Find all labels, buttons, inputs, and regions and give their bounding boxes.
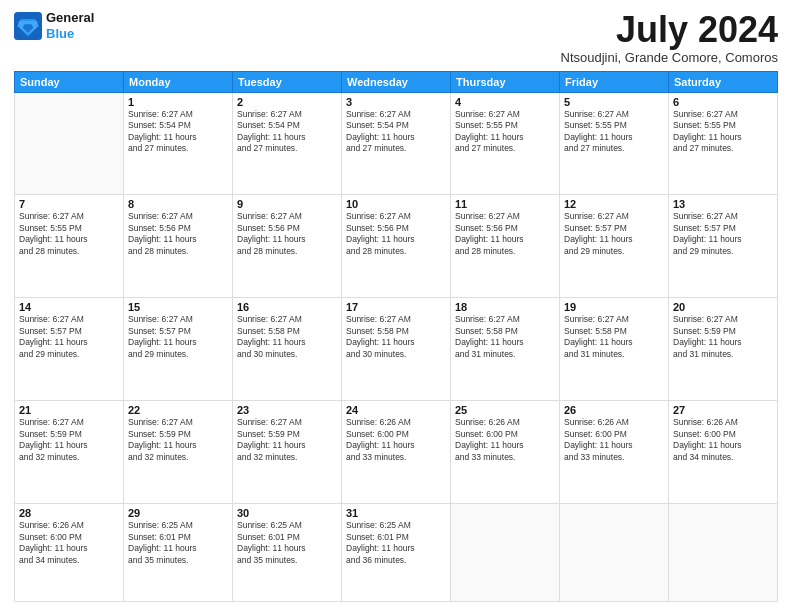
day-number: 4 — [455, 96, 555, 108]
day-number: 18 — [455, 301, 555, 313]
cell-info: Sunrise: 6:27 AMSunset: 5:59 PMDaylight:… — [673, 314, 773, 360]
day-number: 27 — [673, 404, 773, 416]
table-cell: 18Sunrise: 6:27 AMSunset: 5:58 PMDayligh… — [451, 298, 560, 401]
table-cell: 28Sunrise: 6:26 AMSunset: 6:00 PMDayligh… — [15, 504, 124, 602]
table-cell: 11Sunrise: 6:27 AMSunset: 5:56 PMDayligh… — [451, 195, 560, 298]
cell-info: Sunrise: 6:26 AMSunset: 6:00 PMDaylight:… — [564, 417, 664, 463]
day-number: 19 — [564, 301, 664, 313]
table-cell: 4Sunrise: 6:27 AMSunset: 5:55 PMDaylight… — [451, 92, 560, 195]
table-cell: 13Sunrise: 6:27 AMSunset: 5:57 PMDayligh… — [669, 195, 778, 298]
calendar-table: Sunday Monday Tuesday Wednesday Thursday… — [14, 71, 778, 602]
table-cell: 27Sunrise: 6:26 AMSunset: 6:00 PMDayligh… — [669, 401, 778, 504]
day-number: 9 — [237, 198, 337, 210]
day-number: 26 — [564, 404, 664, 416]
table-cell: 2Sunrise: 6:27 AMSunset: 5:54 PMDaylight… — [233, 92, 342, 195]
day-number: 17 — [346, 301, 446, 313]
table-cell — [15, 92, 124, 195]
location-subtitle: Ntsoudjini, Grande Comore, Comoros — [561, 50, 778, 65]
cell-info: Sunrise: 6:26 AMSunset: 6:00 PMDaylight:… — [19, 520, 119, 566]
cell-info: Sunrise: 6:27 AMSunset: 5:54 PMDaylight:… — [237, 109, 337, 155]
table-cell: 16Sunrise: 6:27 AMSunset: 5:58 PMDayligh… — [233, 298, 342, 401]
cell-info: Sunrise: 6:27 AMSunset: 5:55 PMDaylight:… — [455, 109, 555, 155]
week-row-4: 21Sunrise: 6:27 AMSunset: 5:59 PMDayligh… — [15, 401, 778, 504]
col-tuesday: Tuesday — [233, 71, 342, 92]
table-cell — [669, 504, 778, 602]
day-number: 14 — [19, 301, 119, 313]
cell-info: Sunrise: 6:27 AMSunset: 5:57 PMDaylight:… — [128, 314, 228, 360]
cell-info: Sunrise: 6:26 AMSunset: 6:00 PMDaylight:… — [346, 417, 446, 463]
table-cell: 17Sunrise: 6:27 AMSunset: 5:58 PMDayligh… — [342, 298, 451, 401]
table-cell: 15Sunrise: 6:27 AMSunset: 5:57 PMDayligh… — [124, 298, 233, 401]
day-number: 5 — [564, 96, 664, 108]
day-number: 30 — [237, 507, 337, 519]
cell-info: Sunrise: 6:27 AMSunset: 5:54 PMDaylight:… — [128, 109, 228, 155]
header: General Blue July 2024 Ntsoudjini, Grand… — [14, 10, 778, 65]
cell-info: Sunrise: 6:27 AMSunset: 5:59 PMDaylight:… — [19, 417, 119, 463]
day-number: 3 — [346, 96, 446, 108]
col-saturday: Saturday — [669, 71, 778, 92]
cell-info: Sunrise: 6:27 AMSunset: 5:57 PMDaylight:… — [19, 314, 119, 360]
table-cell: 25Sunrise: 6:26 AMSunset: 6:00 PMDayligh… — [451, 401, 560, 504]
day-number: 24 — [346, 404, 446, 416]
table-cell: 19Sunrise: 6:27 AMSunset: 5:58 PMDayligh… — [560, 298, 669, 401]
cell-info: Sunrise: 6:27 AMSunset: 5:55 PMDaylight:… — [564, 109, 664, 155]
logo-text: General Blue — [46, 10, 94, 41]
table-cell: 1Sunrise: 6:27 AMSunset: 5:54 PMDaylight… — [124, 92, 233, 195]
cell-info: Sunrise: 6:27 AMSunset: 5:57 PMDaylight:… — [673, 211, 773, 257]
table-cell: 5Sunrise: 6:27 AMSunset: 5:55 PMDaylight… — [560, 92, 669, 195]
cell-info: Sunrise: 6:26 AMSunset: 6:00 PMDaylight:… — [673, 417, 773, 463]
week-row-3: 14Sunrise: 6:27 AMSunset: 5:57 PMDayligh… — [15, 298, 778, 401]
col-thursday: Thursday — [451, 71, 560, 92]
day-number: 28 — [19, 507, 119, 519]
cell-info: Sunrise: 6:27 AMSunset: 5:58 PMDaylight:… — [564, 314, 664, 360]
day-number: 22 — [128, 404, 228, 416]
cell-info: Sunrise: 6:27 AMSunset: 5:58 PMDaylight:… — [237, 314, 337, 360]
cell-info: Sunrise: 6:27 AMSunset: 5:59 PMDaylight:… — [128, 417, 228, 463]
table-cell: 24Sunrise: 6:26 AMSunset: 6:00 PMDayligh… — [342, 401, 451, 504]
day-number: 6 — [673, 96, 773, 108]
table-cell: 30Sunrise: 6:25 AMSunset: 6:01 PMDayligh… — [233, 504, 342, 602]
table-cell: 3Sunrise: 6:27 AMSunset: 5:54 PMDaylight… — [342, 92, 451, 195]
table-cell: 23Sunrise: 6:27 AMSunset: 5:59 PMDayligh… — [233, 401, 342, 504]
table-cell: 9Sunrise: 6:27 AMSunset: 5:56 PMDaylight… — [233, 195, 342, 298]
title-block: July 2024 Ntsoudjini, Grande Comore, Com… — [561, 10, 778, 65]
col-monday: Monday — [124, 71, 233, 92]
cell-info: Sunrise: 6:27 AMSunset: 5:57 PMDaylight:… — [564, 211, 664, 257]
day-number: 7 — [19, 198, 119, 210]
day-number: 12 — [564, 198, 664, 210]
table-cell: 10Sunrise: 6:27 AMSunset: 5:56 PMDayligh… — [342, 195, 451, 298]
day-number: 23 — [237, 404, 337, 416]
day-number: 8 — [128, 198, 228, 210]
cell-info: Sunrise: 6:27 AMSunset: 5:56 PMDaylight:… — [346, 211, 446, 257]
day-number: 16 — [237, 301, 337, 313]
day-number: 10 — [346, 198, 446, 210]
col-sunday: Sunday — [15, 71, 124, 92]
day-number: 11 — [455, 198, 555, 210]
week-row-5: 28Sunrise: 6:26 AMSunset: 6:00 PMDayligh… — [15, 504, 778, 602]
cell-info: Sunrise: 6:26 AMSunset: 6:00 PMDaylight:… — [455, 417, 555, 463]
day-number: 20 — [673, 301, 773, 313]
cell-info: Sunrise: 6:27 AMSunset: 5:56 PMDaylight:… — [455, 211, 555, 257]
table-cell: 6Sunrise: 6:27 AMSunset: 5:55 PMDaylight… — [669, 92, 778, 195]
table-cell: 12Sunrise: 6:27 AMSunset: 5:57 PMDayligh… — [560, 195, 669, 298]
week-row-2: 7Sunrise: 6:27 AMSunset: 5:55 PMDaylight… — [15, 195, 778, 298]
table-cell: 21Sunrise: 6:27 AMSunset: 5:59 PMDayligh… — [15, 401, 124, 504]
cell-info: Sunrise: 6:27 AMSunset: 5:58 PMDaylight:… — [346, 314, 446, 360]
page: General Blue July 2024 Ntsoudjini, Grand… — [0, 0, 792, 612]
cell-info: Sunrise: 6:27 AMSunset: 5:54 PMDaylight:… — [346, 109, 446, 155]
calendar-body: 1Sunrise: 6:27 AMSunset: 5:54 PMDaylight… — [15, 92, 778, 601]
day-number: 1 — [128, 96, 228, 108]
table-cell: 20Sunrise: 6:27 AMSunset: 5:59 PMDayligh… — [669, 298, 778, 401]
cell-info: Sunrise: 6:27 AMSunset: 5:55 PMDaylight:… — [19, 211, 119, 257]
table-cell: 31Sunrise: 6:25 AMSunset: 6:01 PMDayligh… — [342, 504, 451, 602]
cell-info: Sunrise: 6:27 AMSunset: 5:56 PMDaylight:… — [237, 211, 337, 257]
col-wednesday: Wednesday — [342, 71, 451, 92]
table-cell: 26Sunrise: 6:26 AMSunset: 6:00 PMDayligh… — [560, 401, 669, 504]
day-number: 15 — [128, 301, 228, 313]
day-number: 13 — [673, 198, 773, 210]
day-number: 31 — [346, 507, 446, 519]
weekday-header-row: Sunday Monday Tuesday Wednesday Thursday… — [15, 71, 778, 92]
table-cell: 7Sunrise: 6:27 AMSunset: 5:55 PMDaylight… — [15, 195, 124, 298]
cell-info: Sunrise: 6:27 AMSunset: 5:59 PMDaylight:… — [237, 417, 337, 463]
table-cell — [560, 504, 669, 602]
